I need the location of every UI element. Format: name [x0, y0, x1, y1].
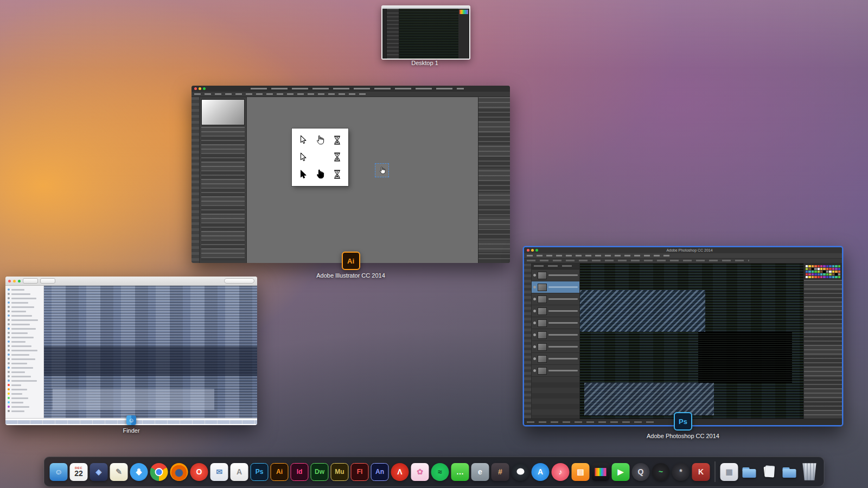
color-swatch[interactable] [820, 273, 822, 275]
color-swatch[interactable] [808, 271, 810, 273]
dock-item-activity-monitor[interactable]: ~ [652, 463, 670, 481]
color-swatch[interactable] [838, 268, 840, 270]
color-swatch[interactable] [838, 273, 840, 275]
dock-item-illustrator[interactable]: Ai [271, 463, 289, 481]
color-swatch[interactable] [832, 265, 834, 267]
finder-window-label[interactable]: Finder [123, 427, 139, 434]
layer-row[interactable] [532, 365, 579, 377]
dock-item-applications-folder[interactable] [741, 463, 758, 481]
visibility-icon[interactable] [533, 286, 536, 288]
color-swatch[interactable] [808, 276, 810, 278]
color-swatch[interactable] [812, 265, 814, 267]
finder-sidebar-item[interactable] [8, 391, 43, 396]
illustrator-app-icon[interactable]: Ai [342, 252, 360, 270]
layer-row[interactable] [532, 317, 579, 329]
visibility-icon[interactable] [533, 333, 536, 336]
finder-sidebar-item[interactable] [8, 370, 43, 374]
layer-row[interactable] [532, 329, 579, 341]
dock-item-facetime[interactable]: ▶ [612, 463, 630, 481]
finder-sidebar-item[interactable] [8, 326, 43, 331]
visibility-icon[interactable] [533, 322, 536, 324]
dock-item-app-store[interactable]: A [532, 463, 550, 481]
color-swatch[interactable] [829, 276, 831, 278]
visibility-icon[interactable] [533, 274, 536, 277]
dock-item-dreamweaver[interactable]: Dw [311, 463, 329, 481]
dock-item-flash[interactable]: Fl [351, 463, 369, 481]
color-swatch[interactable] [823, 276, 825, 278]
visibility-icon[interactable] [533, 298, 536, 300]
dock-item-photos-app[interactable]: ◈ [90, 463, 108, 481]
color-swatch[interactable] [820, 268, 822, 270]
dock-item-github-app[interactable] [512, 463, 529, 481]
color-swatch[interactable] [832, 273, 834, 275]
finder-sidebar-item[interactable] [8, 305, 43, 309]
finder-sidebar-item[interactable] [8, 322, 43, 326]
finder-sidebar-item[interactable] [8, 335, 43, 339]
layer-row[interactable] [532, 281, 579, 293]
desktop-label[interactable]: Desktop 1 [381, 60, 468, 66]
color-swatch[interactable] [832, 276, 834, 278]
color-swatch[interactable] [835, 265, 837, 267]
dock-item-opera[interactable]: O [190, 463, 208, 481]
finder-sidebar-item[interactable] [8, 374, 43, 378]
layer-row[interactable] [532, 353, 579, 365]
dock-item-finder[interactable]: ☺ [50, 463, 68, 481]
color-swatch[interactable] [818, 265, 820, 267]
dock-item-acrobat[interactable]: Λ [391, 463, 409, 481]
finder-sidebar-item[interactable] [8, 344, 43, 348]
color-swatch[interactable] [826, 273, 828, 275]
color-swatch[interactable] [832, 271, 834, 273]
dock-item-documents-stack[interactable] [761, 463, 778, 481]
illustrator-window-label[interactable]: Adobe Illustrator CC 2014 [316, 272, 385, 279]
dock-item-muse[interactable]: Mu [331, 463, 349, 481]
finder-sidebar-item[interactable] [8, 292, 43, 296]
finder-sidebar-item[interactable] [8, 287, 43, 292]
dock-item-quicktime[interactable]: Q [632, 463, 650, 481]
finder-sidebar-item[interactable] [8, 378, 43, 383]
dock-item-firefox[interactable] [170, 463, 188, 481]
layer-row[interactable] [532, 341, 579, 353]
color-swatch[interactable] [835, 276, 837, 278]
dock-item-edge-animate[interactable]: An [371, 463, 389, 481]
dock-item-evernote[interactable]: e [471, 463, 489, 481]
desktop-thumbnail[interactable] [381, 5, 470, 60]
color-swatch[interactable] [806, 268, 808, 270]
dock-item-textedit[interactable]: A [231, 463, 248, 481]
visibility-icon[interactable] [533, 369, 536, 372]
color-swatch[interactable] [835, 271, 837, 273]
finder-window[interactable] [5, 277, 257, 425]
finder-sidebar-item[interactable] [8, 400, 43, 404]
color-swatch[interactable] [814, 268, 816, 270]
color-swatch[interactable] [838, 265, 840, 267]
color-swatch[interactable] [806, 271, 808, 273]
finder-sidebar-item[interactable] [8, 313, 43, 318]
color-swatch[interactable] [814, 265, 816, 267]
dock-item-red-utility[interactable]: K [692, 463, 710, 481]
finder-sidebar-item[interactable] [8, 348, 43, 352]
color-swatch[interactable] [806, 276, 808, 278]
finder-app-icon[interactable]: ☺ [126, 415, 136, 425]
dock-item-itunes[interactable]: ♪ [552, 463, 570, 481]
color-swatch[interactable] [829, 273, 831, 275]
dock-item-trash[interactable] [801, 463, 819, 481]
color-swatch[interactable] [823, 265, 825, 267]
color-swatch[interactable] [814, 271, 816, 273]
color-swatch[interactable] [812, 276, 814, 278]
dock-item-slack[interactable]: # [492, 463, 509, 481]
finder-sidebar-item[interactable] [8, 309, 43, 313]
selected-cursor[interactable] [375, 163, 389, 177]
dock-item-brain-app[interactable]: ✿ [411, 463, 429, 481]
color-swatch[interactable] [829, 265, 831, 267]
color-swatch[interactable] [818, 273, 820, 275]
color-swatch[interactable] [826, 268, 828, 270]
color-swatch[interactable] [812, 268, 814, 270]
photoshop-window-label[interactable]: Adobe Photoshop CC 2014 [647, 433, 719, 439]
finder-sidebar-item[interactable] [8, 404, 43, 409]
color-swatch[interactable] [808, 273, 810, 275]
color-swatch[interactable] [838, 271, 840, 273]
dock-item-calendar[interactable]: DEC22 [70, 463, 88, 481]
color-swatch[interactable] [806, 273, 808, 275]
color-swatch[interactable] [806, 265, 808, 267]
color-swatch[interactable] [826, 276, 828, 278]
dock-item-messages[interactable]: … [451, 463, 469, 481]
